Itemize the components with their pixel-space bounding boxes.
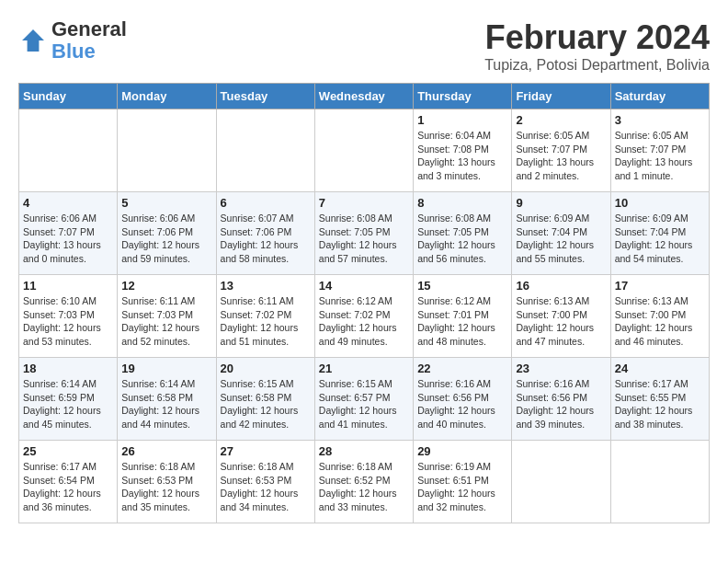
calendar-cell: 22Sunrise: 6:16 AM Sunset: 6:56 PM Dayli… [414, 358, 512, 441]
day-info: Sunrise: 6:05 AM Sunset: 7:07 PM Dayligh… [516, 129, 606, 183]
day-number: 12 [121, 279, 211, 293]
day-info: Sunrise: 6:16 AM Sunset: 6:56 PM Dayligh… [417, 377, 507, 431]
day-number: 4 [23, 196, 113, 210]
day-info: Sunrise: 6:05 AM Sunset: 7:07 PM Dayligh… [615, 129, 705, 183]
title-area: February 2024 Tupiza, Potosi Department,… [484, 18, 710, 74]
day-number: 14 [319, 279, 409, 293]
day-info: Sunrise: 6:17 AM Sunset: 6:54 PM Dayligh… [23, 460, 113, 514]
calendar-cell: 6Sunrise: 6:07 AM Sunset: 7:06 PM Daylig… [216, 192, 314, 275]
day-info: Sunrise: 6:17 AM Sunset: 6:55 PM Dayligh… [615, 377, 705, 431]
day-number: 19 [121, 362, 211, 375]
calendar-week-row: 4Sunrise: 6:06 AM Sunset: 7:07 PM Daylig… [19, 192, 710, 275]
logo: General Blue [18, 18, 127, 63]
calendar-cell: 29Sunrise: 6:19 AM Sunset: 6:51 PM Dayli… [414, 441, 512, 523]
day-of-week-header: Wednesday [314, 84, 413, 109]
calendar-cell: 13Sunrise: 6:11 AM Sunset: 7:02 PM Dayli… [216, 275, 314, 358]
day-number: 27 [221, 444, 311, 458]
calendar-cell: 23Sunrise: 6:16 AM Sunset: 6:56 PM Dayli… [512, 358, 610, 441]
day-info: Sunrise: 6:06 AM Sunset: 7:07 PM Dayligh… [23, 212, 113, 266]
day-info: Sunrise: 6:18 AM Sunset: 6:53 PM Dayligh… [221, 460, 311, 514]
day-number: 21 [319, 362, 409, 375]
day-number: 11 [23, 279, 113, 293]
calendar-cell [314, 109, 413, 192]
calendar-week-row: 11Sunrise: 6:10 AM Sunset: 7:03 PM Dayli… [19, 275, 710, 358]
day-number: 26 [121, 444, 211, 458]
day-number: 22 [417, 362, 507, 375]
day-number: 9 [516, 196, 606, 210]
day-info: Sunrise: 6:16 AM Sunset: 6:56 PM Dayligh… [516, 377, 606, 431]
calendar-cell: 21Sunrise: 6:15 AM Sunset: 6:57 PM Dayli… [314, 358, 413, 441]
calendar-cell: 24Sunrise: 6:17 AM Sunset: 6:55 PM Dayli… [610, 358, 709, 441]
day-of-week-header: Tuesday [216, 84, 314, 109]
calendar-cell: 20Sunrise: 6:15 AM Sunset: 6:58 PM Dayli… [216, 358, 314, 441]
day-of-week-header: Thursday [414, 84, 512, 109]
day-info: Sunrise: 6:04 AM Sunset: 7:08 PM Dayligh… [417, 129, 507, 183]
calendar-cell: 19Sunrise: 6:14 AM Sunset: 6:58 PM Dayli… [118, 358, 216, 441]
day-info: Sunrise: 6:14 AM Sunset: 6:58 PM Dayligh… [121, 377, 211, 431]
day-number: 10 [615, 196, 705, 210]
calendar-cell: 8Sunrise: 6:08 AM Sunset: 7:05 PM Daylig… [414, 192, 512, 275]
day-info: Sunrise: 6:11 AM Sunset: 7:03 PM Dayligh… [121, 294, 211, 349]
day-of-week-header: Monday [118, 84, 216, 109]
day-number: 1 [417, 113, 507, 127]
calendar-cell: 14Sunrise: 6:12 AM Sunset: 7:02 PM Dayli… [314, 275, 413, 358]
logo-text: General Blue [51, 18, 127, 63]
day-number: 17 [615, 279, 705, 293]
day-of-week-header: Saturday [610, 84, 709, 109]
day-info: Sunrise: 6:06 AM Sunset: 7:06 PM Dayligh… [121, 212, 211, 266]
day-info: Sunrise: 6:15 AM Sunset: 6:57 PM Dayligh… [319, 377, 409, 431]
day-info: Sunrise: 6:08 AM Sunset: 7:05 PM Dayligh… [319, 212, 409, 266]
day-info: Sunrise: 6:07 AM Sunset: 7:06 PM Dayligh… [221, 212, 311, 266]
calendar-cell: 3Sunrise: 6:05 AM Sunset: 7:07 PM Daylig… [610, 109, 709, 192]
calendar-table: SundayMondayTuesdayWednesdayThursdayFrid… [18, 83, 710, 523]
calendar-week-row: 18Sunrise: 6:14 AM Sunset: 6:59 PM Dayli… [19, 358, 710, 441]
calendar-cell: 15Sunrise: 6:12 AM Sunset: 7:01 PM Dayli… [414, 275, 512, 358]
day-of-week-header: Friday [512, 84, 610, 109]
day-number: 29 [417, 444, 507, 458]
logo-icon [18, 26, 48, 55]
day-number: 24 [615, 362, 705, 375]
calendar-cell: 27Sunrise: 6:18 AM Sunset: 6:53 PM Dayli… [216, 441, 314, 523]
day-number: 20 [221, 362, 311, 375]
day-number: 23 [516, 362, 606, 375]
calendar-cell: 7Sunrise: 6:08 AM Sunset: 7:05 PM Daylig… [314, 192, 413, 275]
calendar-cell [512, 441, 610, 523]
day-info: Sunrise: 6:18 AM Sunset: 6:53 PM Dayligh… [121, 460, 211, 514]
calendar-cell: 28Sunrise: 6:18 AM Sunset: 6:52 PM Dayli… [314, 441, 413, 523]
day-info: Sunrise: 6:09 AM Sunset: 7:04 PM Dayligh… [516, 212, 606, 266]
calendar-cell: 2Sunrise: 6:05 AM Sunset: 7:07 PM Daylig… [512, 109, 610, 192]
calendar-cell: 4Sunrise: 6:06 AM Sunset: 7:07 PM Daylig… [19, 192, 118, 275]
day-number: 6 [221, 196, 311, 210]
calendar-cell: 25Sunrise: 6:17 AM Sunset: 6:54 PM Dayli… [19, 441, 118, 523]
day-number: 3 [615, 113, 705, 127]
day-info: Sunrise: 6:13 AM Sunset: 7:00 PM Dayligh… [615, 294, 705, 349]
calendar-cell [610, 441, 709, 523]
day-info: Sunrise: 6:13 AM Sunset: 7:00 PM Dayligh… [516, 294, 606, 349]
calendar-cell: 11Sunrise: 6:10 AM Sunset: 7:03 PM Dayli… [19, 275, 118, 358]
calendar-cell: 10Sunrise: 6:09 AM Sunset: 7:04 PM Dayli… [610, 192, 709, 275]
day-info: Sunrise: 6:09 AM Sunset: 7:04 PM Dayligh… [615, 212, 705, 266]
day-number: 15 [417, 279, 507, 293]
day-number: 7 [319, 196, 409, 210]
calendar-cell [118, 109, 216, 192]
month-title: February 2024 [484, 18, 710, 57]
day-info: Sunrise: 6:12 AM Sunset: 7:01 PM Dayligh… [417, 294, 507, 349]
day-number: 5 [121, 196, 211, 210]
calendar-week-row: 25Sunrise: 6:17 AM Sunset: 6:54 PM Dayli… [19, 441, 710, 523]
day-number: 13 [221, 279, 311, 293]
calendar-cell [19, 109, 118, 192]
calendar-cell [216, 109, 314, 192]
calendar-cell: 18Sunrise: 6:14 AM Sunset: 6:59 PM Dayli… [19, 358, 118, 441]
calendar-body: 1Sunrise: 6:04 AM Sunset: 7:08 PM Daylig… [19, 109, 710, 523]
day-info: Sunrise: 6:15 AM Sunset: 6:58 PM Dayligh… [221, 377, 311, 431]
calendar-cell: 26Sunrise: 6:18 AM Sunset: 6:53 PM Dayli… [118, 441, 216, 523]
calendar-cell: 17Sunrise: 6:13 AM Sunset: 7:00 PM Dayli… [610, 275, 709, 358]
day-number: 2 [516, 113, 606, 127]
day-number: 18 [23, 362, 113, 375]
day-of-week-header: Sunday [19, 84, 118, 109]
svg-marker-0 [22, 29, 44, 52]
day-number: 8 [417, 196, 507, 210]
day-info: Sunrise: 6:14 AM Sunset: 6:59 PM Dayligh… [23, 377, 113, 431]
day-info: Sunrise: 6:08 AM Sunset: 7:05 PM Dayligh… [417, 212, 507, 266]
calendar-cell: 9Sunrise: 6:09 AM Sunset: 7:04 PM Daylig… [512, 192, 610, 275]
